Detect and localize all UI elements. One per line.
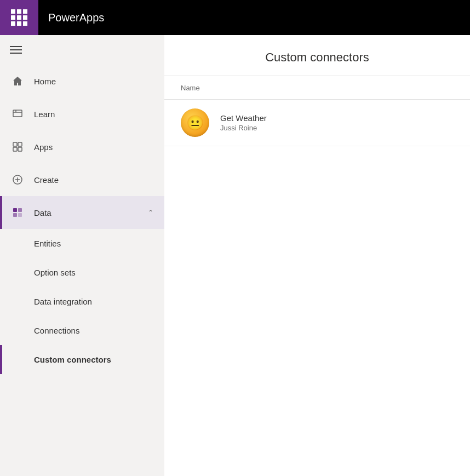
svg-rect-2 [18, 142, 22, 146]
svg-rect-0 [13, 110, 22, 117]
connector-info: Get Weather Jussi Roine [220, 113, 267, 132]
sidebar-item-entities[interactable]: Entities [0, 229, 164, 258]
data-icon [11, 206, 24, 219]
svg-rect-1 [13, 142, 17, 146]
hamburger-icon [10, 49, 22, 50]
table-header: Name [164, 76, 470, 100]
sidebar-item-data-integration-label: Data integration [34, 297, 92, 306]
sidebar-item-create[interactable]: Create [0, 163, 164, 196]
table-row[interactable]: 😐 Get Weather Jussi Roine [164, 100, 470, 146]
hamburger-icon [10, 53, 22, 54]
svg-rect-8 [13, 213, 17, 217]
sidebar-item-home[interactable]: Home [0, 65, 164, 98]
sidebar-item-connections[interactable]: Connections [0, 316, 164, 345]
svg-rect-9 [18, 213, 22, 217]
connector-name: Get Weather [220, 113, 267, 123]
hamburger-icon [10, 46, 22, 47]
sidebar-item-entities-label: Entities [34, 239, 61, 248]
app-title: PowerApps [38, 12, 104, 24]
create-icon [11, 173, 24, 186]
waffle-button[interactable] [0, 0, 38, 35]
page-title: Custom connectors [181, 50, 454, 65]
content-body: Name 😐 Get Weather Jussi Roine [164, 76, 470, 476]
sidebar-item-create-label: Create [34, 175, 59, 185]
column-name-header: Name [181, 84, 200, 92]
connector-author: Jussi Roine [220, 124, 267, 132]
topbar: PowerApps [0, 0, 470, 35]
sidebar-item-data-label: Data [34, 208, 51, 217]
sidebar-item-home-label: Home [34, 77, 56, 86]
svg-rect-3 [13, 147, 17, 151]
sidebar-item-apps[interactable]: Apps [0, 130, 164, 163]
svg-rect-4 [18, 147, 22, 151]
svg-rect-6 [13, 208, 17, 212]
sidebar-item-custom-connectors-label: Custom connectors [34, 355, 111, 364]
chevron-up-icon: ⌃ [148, 209, 153, 216]
sidebar: Home Learn Apps [0, 35, 164, 476]
sidebar-item-apps-label: Apps [34, 142, 53, 152]
sidebar-item-learn[interactable]: Learn [0, 98, 164, 130]
connector-icon: 😐 [181, 108, 209, 137]
learn-icon [11, 107, 24, 121]
main-layout: Home Learn Apps [0, 35, 470, 476]
sidebar-item-connections-label: Connections [34, 326, 79, 335]
sidebar-item-option-sets-label: Option sets [34, 268, 76, 277]
sidebar-item-data[interactable]: Data ⌃ [0, 196, 164, 229]
content-area: Custom connectors Name 😐 Get Weather Jus… [164, 35, 470, 476]
svg-rect-7 [18, 208, 22, 212]
waffle-icon [11, 9, 27, 26]
apps-icon [11, 140, 24, 153]
sidebar-item-custom-connectors[interactable]: Custom connectors [0, 345, 164, 374]
content-header: Custom connectors [164, 35, 470, 76]
sidebar-item-data-integration[interactable]: Data integration [0, 287, 164, 316]
home-icon [11, 74, 24, 88]
sidebar-item-option-sets[interactable]: Option sets [0, 258, 164, 287]
hamburger-button[interactable] [0, 35, 164, 65]
sidebar-item-learn-label: Learn [34, 110, 55, 119]
